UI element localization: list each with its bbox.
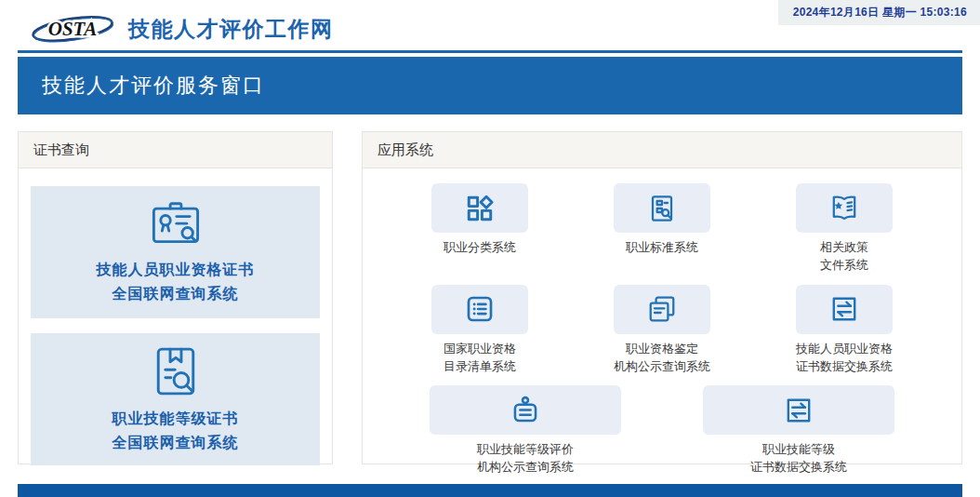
skill-level-cert-query-card[interactable]: 职业技能等级证书 全国联网查询系统 — [31, 333, 320, 465]
policy-book-icon — [828, 194, 860, 223]
cert-query-panel: 证书查询 技能人员职业资格证书 全国联网查询系统 — [18, 131, 333, 464]
app-systems-panel-header: 应用系统 — [363, 132, 961, 168]
app-item-label: 职业分类系统 — [444, 239, 516, 257]
badge-lines-icon — [510, 395, 541, 426]
main-content: 证书查询 技能人员职业资格证书 全国联网查询系统 — [18, 131, 962, 464]
app-item-label: 职业技能等级评价 — [477, 441, 574, 459]
osta-logo-icon: OSTA — [30, 11, 115, 47]
app-tile — [796, 183, 893, 233]
app-row-2: 国家职业资格 目录清单系统 职业资格鉴定 机构公示查询系统 — [389, 285, 935, 376]
cert-query-title: 证书查询 — [33, 141, 89, 157]
app-item-label: 证书数据交换系统 — [750, 459, 847, 477]
qualification-cert-query-card[interactable]: 技能人员职业资格证书 全国联网查询系统 — [31, 186, 320, 318]
app-item-label: 机构公示查询系统 — [477, 459, 574, 477]
app-item-label: 职业资格鉴定 — [626, 341, 698, 358]
datetime-display: 2024年12月16日 星期一 15:03:16 — [778, 0, 980, 25]
svg-text:OSTA: OSTA — [48, 18, 98, 40]
card-label-line: 职业技能等级证书 — [113, 407, 239, 431]
catalog-list-icon — [465, 294, 495, 324]
app-item-appraisal-institution-query[interactable]: 职业资格鉴定 机构公示查询系统 — [578, 285, 746, 376]
banner-title: 技能人才评价服务窗口 — [42, 72, 265, 100]
qualification-cert-search-icon — [147, 199, 205, 249]
app-item-label: 技能人员职业资格 — [796, 341, 893, 358]
cert-query-body: 技能人员职业资格证书 全国联网查询系统 职业技能等级证书 全国联网查询系统 — [19, 168, 332, 497]
app-tile — [431, 285, 528, 334]
app-systems-panel: 应用系统 职业分类系统 — [362, 131, 962, 464]
app-item-label: 目录清单系统 — [444, 358, 516, 376]
osta-logo[interactable]: OSTA — [30, 11, 115, 47]
app-item-label: 文件系统 — [820, 257, 868, 275]
data-exchange-icon — [784, 396, 814, 425]
app-systems-title: 应用系统 — [377, 141, 433, 157]
app-systems-body: 职业分类系统 职业标准系统 — [363, 168, 961, 477]
app-item-label: 职业技能等级 — [762, 441, 835, 459]
app-item-skill-level-cert-data-exchange[interactable]: 职业技能等级 证书数据交换系统 — [678, 385, 920, 477]
app-item-label: 职业标准系统 — [626, 239, 698, 257]
app-item-policy-documents[interactable]: 相关政策 文件系统 — [761, 183, 928, 275]
app-row-3: 职业技能等级评价 机构公示查询系统 职业技能等级 证书数据 — [389, 385, 935, 477]
data-exchange-icon — [829, 294, 859, 324]
app-item-occupation-classification[interactable]: 职业分类系统 — [396, 183, 563, 275]
app-item-label: 证书数据交换系统 — [796, 358, 893, 376]
app-tile — [614, 285, 710, 334]
app-item-label: 国家职业资格 — [444, 341, 516, 358]
site-title: 技能人才评价工作网 — [128, 15, 334, 44]
card-label-line: 全国联网查询系统 — [113, 282, 239, 306]
category-grid-icon — [465, 194, 495, 223]
stacked-pages-icon — [647, 294, 677, 324]
document-search-icon — [647, 194, 677, 223]
app-item-skill-level-institution-query[interactable]: 职业技能等级评价 机构公示查询系统 — [404, 385, 646, 477]
header-divider — [18, 50, 962, 53]
app-tile — [614, 183, 710, 233]
app-tile — [703, 385, 894, 435]
card-label-line: 技能人员职业资格证书 — [97, 258, 255, 282]
app-tile — [796, 285, 893, 334]
app-item-occupation-standard[interactable]: 职业标准系统 — [578, 183, 746, 275]
app-item-label: 相关政策 — [820, 239, 868, 257]
app-row-1: 职业分类系统 职业标准系统 — [389, 183, 935, 275]
card-label-line: 全国联网查询系统 — [113, 431, 239, 455]
skill-level-cert-search-icon — [150, 344, 202, 398]
service-window-banner: 技能人才评价服务窗口 — [18, 57, 962, 114]
app-item-national-qualification-catalog[interactable]: 国家职业资格 目录清单系统 — [396, 285, 563, 376]
app-item-label: 机构公示查询系统 — [614, 358, 710, 376]
cert-query-panel-header: 证书查询 — [19, 132, 332, 168]
app-tile — [430, 385, 621, 435]
app-tile — [431, 183, 528, 233]
app-item-qualification-cert-data-exchange[interactable]: 技能人员职业资格 证书数据交换系统 — [761, 285, 928, 376]
